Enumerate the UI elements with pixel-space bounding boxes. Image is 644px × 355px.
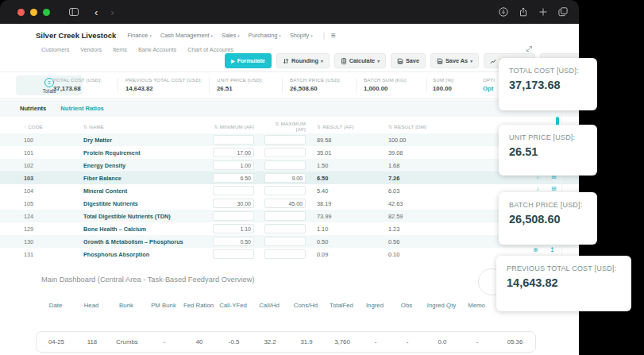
minimize-window-button[interactable] [30,9,37,16]
subnav-chart-of-accounts[interactable]: Chart of Accounts [187,46,233,53]
download-icon[interactable]: ↓ [536,186,539,192]
maximum-input[interactable] [264,160,306,170]
maximum-input[interactable] [264,237,306,246]
header-maximum-af[interactable]: ⇅MAXIMUM [AF] [264,121,317,132]
sidebar-toggle-icon[interactable] [69,8,79,16]
calculate-button[interactable]: Calculate ▾ [334,53,386,68]
table-row[interactable]: 101 Protein Requirement 35.01 39.08 [0,146,579,159]
table-tabs: Nutrients Nutrient Ratios [0,100,579,117]
subnav-bank-accounts[interactable]: Bank Accounts [138,46,176,53]
formulate-button[interactable]: ▶ Formulate [225,53,272,68]
menu-sales[interactable]: Sales▾ [222,32,240,39]
menu-purchasing[interactable]: Purchasing▾ [249,32,281,39]
header-minimum-af[interactable]: ⇅MINIMUM [AF] [213,124,264,129]
cell-name: Mineral Content [83,187,213,195]
dash-cell-head: 118 [76,338,108,345]
total-cost-card: TOTAL COST [USD]: 37,173.68 [499,58,597,110]
cell-code: 103 [24,175,83,182]
cell-code: 104 [24,187,83,195]
maximum-input[interactable] [264,211,306,221]
zoom-window-button[interactable] [43,9,50,16]
minimum-input[interactable] [213,173,254,183]
divider [426,78,427,93]
cell-result-af: 1.50 [317,162,388,169]
maximum-input[interactable] [264,186,306,195]
maximum-input[interactable] [264,148,306,157]
save-button[interactable]: Save [391,53,426,68]
menu-finance[interactable]: Finance▾ [127,32,151,39]
dashboard-row[interactable]: 04-25 118 Crumbs - 40 -0.5 32.2 31.9 3,7… [36,331,536,353]
minimum-input[interactable] [213,186,254,195]
header-name[interactable]: ⇅NAME [83,124,213,129]
minimum-input[interactable] [213,135,254,145]
maximum-input[interactable] [264,199,306,208]
maximum-input[interactable] [264,249,306,259]
cell-result-dm: 39.08 [388,149,461,156]
table-row[interactable]: 105 Digestible Nutrients 38.19 42.63 [0,197,579,210]
close-window-button[interactable] [17,9,25,16]
dash-header-pm-bunk: PM Bunk [145,302,182,311]
header-result-af[interactable]: ⇅RESULT [AF] [317,124,388,129]
cell-name: Protein Requirement [83,149,213,156]
minimum-input[interactable] [213,224,254,233]
header-code[interactable]: ↑CODE [24,124,83,129]
previous-total-cost-field: PREVIOUS TOTAL COST [USD]:14,643.82 [125,77,202,92]
cell-code: 124 [24,213,83,220]
cell-result-af: 6.50 [317,175,388,182]
window-controls [17,9,50,16]
minimum-input[interactable] [213,160,254,170]
tab-overview-icon[interactable] [558,7,568,17]
play-icon: ▶ [231,59,235,64]
menu-shopify[interactable]: Shopify▾ [290,32,313,39]
cell-name: Dry Matter [83,137,213,144]
minimum-input[interactable] [213,237,254,246]
tab-nutrients[interactable]: Nutrients [20,105,46,112]
minimum-input[interactable] [213,148,254,157]
minimum-input[interactable] [213,199,254,208]
table-row[interactable]: 100 Dry Matter 89.58 100.00 [0,133,579,146]
rounding-button[interactable]: Rounding ▾ [276,53,330,68]
table-row[interactable]: 131 Phosphorus Absorption 0.09 0.10 [0,248,579,260]
share-icon[interactable] [519,7,528,17]
new-tab-icon[interactable] [538,7,548,17]
tab-nutrient-ratios[interactable]: Nutrient Ratios [60,105,103,112]
minimum-input[interactable] [213,211,254,221]
cell-code: 129 [24,226,83,233]
table-row-selected[interactable]: 103 Fiber Balance 6.50 7.26 [0,172,579,184]
table-row[interactable]: 124 Total Digestible Nutrients (TDN) 73.… [0,210,579,222]
maximum-input[interactable] [264,224,306,233]
subnav-customers[interactable]: Customers [41,46,69,53]
header-result-dm[interactable]: ⇅RESULT [DM] [388,124,461,129]
maximum-input[interactable] [264,173,306,183]
back-icon[interactable]: ‹ [94,7,98,17]
cell-result-dm: 1.68 [388,162,461,169]
grid-icon[interactable]: ⊞ [551,186,557,192]
chevron-down-icon: ▾ [321,59,323,64]
sort-icon: ⇅ [388,125,392,129]
minimum-input[interactable] [213,249,254,259]
table-row[interactable]: 130 Growth & Metabolism – Phosphorus 0.5… [0,235,579,248]
globe-icon[interactable]: ⊕ [533,247,538,253]
browser-titlebar: ‹ › [0,0,579,24]
download-icon[interactable] [499,7,508,17]
chevron-down-icon: ▾ [470,59,472,64]
menu-cash-management[interactable]: Cash Management▾ [160,32,213,39]
sort-icon: ⇅ [83,125,87,129]
forward-icon[interactable]: › [110,7,114,17]
table-row[interactable]: 104 Mineral Content 5.40 6.03 [0,184,579,197]
table-row[interactable]: 129 Bone Health – Calcium 1.10 1.23 [0,222,579,235]
hamburger-icon[interactable]: ≡ [331,31,336,40]
app-header: Silver Creek Livestock Finance▾ Cash Man… [36,31,336,40]
dash-cell-date: 04-25 [37,338,76,345]
sort-asc-icon: ↑ [24,125,26,129]
dash-cell-time: 05:36 [493,338,537,345]
upload-icon[interactable]: ↥ [550,247,555,253]
dash-cell-cons-hd: 31.9 [288,338,325,345]
dash-header-obs: Obs [391,302,422,311]
maximum-input[interactable] [264,135,306,145]
subnav-vendors[interactable]: Vendors [80,46,102,53]
subnav-items[interactable]: Items [113,46,127,53]
save-as-button[interactable]: Save As ▾ [430,53,479,68]
cell-name: Total Digestible Nutrients (TDN) [83,213,213,220]
table-row[interactable]: 102 Energy Density 1.50 1.68 [0,159,579,172]
